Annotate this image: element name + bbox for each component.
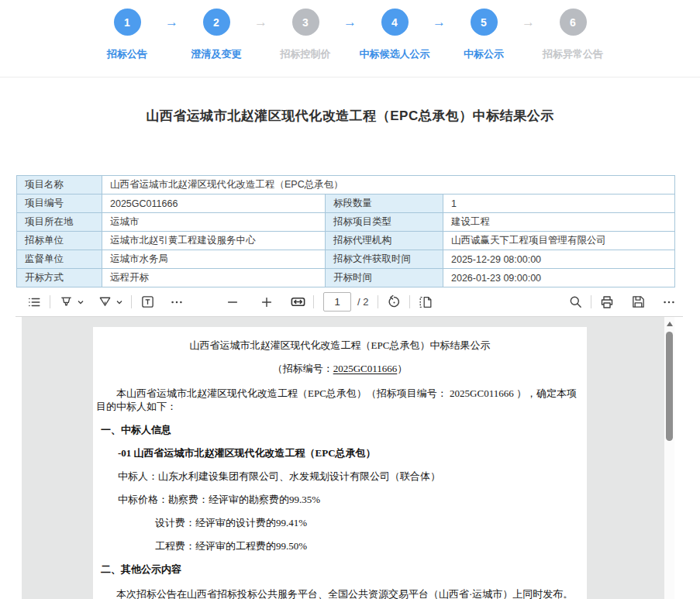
step-label: 招标异常公告 [543,47,603,61]
print-icon[interactable] [598,293,616,312]
draw-pen-icon[interactable] [95,293,114,312]
doc-ref-line: （招标编号：2025GC011666） [96,363,584,374]
arrow-icon: → [340,15,360,30]
divider [378,295,378,308]
pdf-scrollbar[interactable] [664,317,674,599]
field-label: 监督单位 [17,250,102,269]
step-label: 中标公示 [464,47,504,61]
step-award-publicity[interactable]: 5 中标公示 [449,9,519,61]
step-bid-announcement[interactable]: 1 招标公告 [92,9,162,61]
doc-title: 山西省运城市北赵灌区现代化改造工程（EPC总承包）中标结果公示 [96,340,584,351]
doc-section1-heading: 一、中标人信息 [96,425,584,435]
scroll-up-icon[interactable] [667,322,673,326]
divider [50,295,50,308]
chevron-down-icon[interactable] [75,293,86,312]
highlight-pen-icon[interactable] [57,293,75,312]
scrollbar-thumb[interactable] [666,332,673,441]
zoom-in-icon[interactable] [257,293,276,312]
doc-sub-heading: -01 山西省运城市北赵灌区现代化改造工程（EPC总承包） [96,448,584,459]
table-row: 项目所在地 运城市 招标项目类型 建设工程 [17,213,675,232]
page-view-icon[interactable] [416,293,435,312]
doc-price-line-1: 中标价格：勘察费：经评审的勘察费的99.35% [96,494,584,505]
doc-intro: 本山西省运城市北赵灌区现代化改造工程（EPC总承包）（招标项目编号： 2025G… [96,387,584,413]
field-label: 标段数量 [326,195,443,213]
step-control-price[interactable]: 3 招标控制价 [271,9,340,61]
pdf-toolbar: / 2 [16,287,683,317]
table-row: 监督单位 运城市水务局 招标文件获取时间 2025-12-29 08:00:00 [17,250,675,269]
step-candidate-publicity[interactable]: 4 中标候选人公示 [360,9,429,61]
rotate-icon[interactable] [384,293,403,312]
divider [131,295,132,308]
field-label: 招标文件获取时间 [326,250,443,269]
step-circle: 1 [114,9,141,36]
arrow-icon: → [162,15,181,30]
step-label: 中标候选人公示 [360,47,430,61]
divider [591,295,591,308]
add-text-icon[interactable] [138,293,157,312]
table-row: 开标方式 远程开标 开标时间 2026-01-23 09:00:00 [17,269,675,287]
field-value: 2026-01-23 09:00:00 [443,269,675,287]
field-value: 1 [443,195,675,213]
arrow-icon: → [429,15,449,30]
doc-winner-line: 中标人：山东水利建设集团有限公司、水发规划设计有限公司（联合体） [96,471,584,482]
field-value: 2025GC011666 [102,195,326,213]
chevron-down-icon[interactable] [114,293,125,312]
fit-width-icon[interactable] [288,293,307,312]
save-icon[interactable] [629,293,647,312]
field-value: 远程开标 [102,269,326,287]
field-value: 2025-12-29 08:00:00 [443,250,675,269]
field-label: 项目编号 [17,195,102,213]
step-abnormal-announcement[interactable]: 6 招标异常公告 [538,9,608,61]
step-label: 招标公告 [107,47,147,61]
field-label: 项目名称 [17,176,102,195]
step-circle: 4 [381,9,409,36]
zoom-out-icon[interactable] [223,293,242,312]
table-row: 招标单位 运城市北赵引黄工程建设服务中心 招标代理机构 山西诚赢天下工程项目管理… [17,232,675,250]
page-title: 山西省运城市北赵灌区现代化改造工程（EPC总承包）中标结果公示 [0,107,700,125]
step-label: 澄清及变更 [191,47,242,61]
doc-price-line-3: 工程费：经评审的工程费的99.50% [96,541,584,552]
step-label: 招标控制价 [281,47,331,61]
field-label: 开标方式 [17,269,102,287]
field-label: 招标项目类型 [326,213,443,232]
step-circle: 3 [292,9,319,36]
field-value: 建设工程 [443,213,675,232]
arrow-icon: → [519,15,538,30]
field-value: 运城市 [102,213,326,232]
divider [313,295,314,308]
page-number-input[interactable] [323,292,351,312]
more-tools-icon[interactable] [167,293,186,312]
field-value: 运城市水务局 [102,250,326,269]
field-label: 开标时间 [326,269,443,287]
doc-price-line-2: 设计费：经评审的设计费的99.41% [96,518,584,528]
step-circle: 6 [560,9,587,36]
field-value: 山西诚赢天下工程项目管理有限公司 [443,232,675,250]
table-row: 项目名称 山西省运城市北赵灌区现代化改造工程（EPC总承包） [17,176,675,195]
search-icon[interactable] [566,293,584,312]
field-label: 项目所在地 [17,213,102,232]
field-value: 山西省运城市北赵灌区现代化改造工程（EPC总承包） [102,176,675,195]
pdf-page: 山西省运城市北赵灌区现代化改造工程（EPC总承包）中标结果公示 （招标编号：20… [93,327,587,599]
toc-icon[interactable] [25,293,43,312]
divider [409,295,410,308]
field-value: 运城市北赵引黄工程建设服务中心 [102,232,326,250]
step-circle: 2 [203,9,230,36]
more-options-icon[interactable] [660,293,678,312]
process-stepper: 1 招标公告 → 2 澄清及变更 → 3 招标控制价 → 4 中标候选人公示 →… [0,0,700,77]
doc-platform-line: 本次招标公告在山西省招标投标公共服务平台、全国公共资源交易平台（山西省·运城市）… [96,587,584,599]
doc-ref-number: 2025GC011666 [333,363,398,374]
step-clarification-change[interactable]: 2 澄清及变更 [181,9,251,61]
arrow-icon: → [251,15,271,30]
pdf-viewer: 山西省运城市北赵灌区现代化改造工程（EPC总承包）中标结果公示 （招标编号：20… [22,317,674,599]
project-info-table: 项目名称 山西省运城市北赵灌区现代化改造工程（EPC总承包） 项目编号 2025… [16,175,675,287]
step-circle: 5 [471,9,498,36]
field-label: 招标单位 [17,232,102,250]
page-count-label: / 2 [357,296,368,308]
field-label: 招标代理机构 [326,232,443,250]
doc-section2-heading: 二、其他公示内容 [96,564,584,575]
table-row: 项目编号 2025GC011666 标段数量 1 [17,195,675,213]
